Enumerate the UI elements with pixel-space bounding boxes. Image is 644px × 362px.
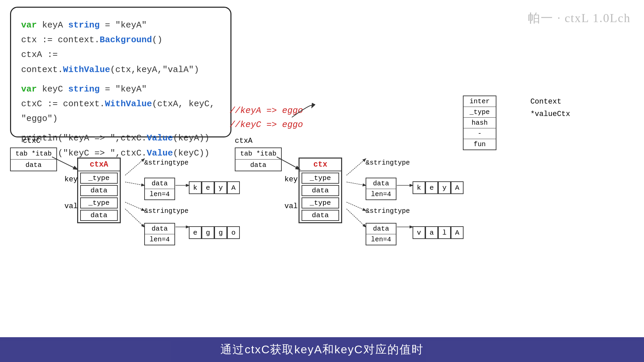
ctx-row-hash: hash: [464, 118, 496, 128]
key-label-right: key: [284, 175, 298, 184]
char-a2-vala: A: [451, 226, 464, 239]
data-label-val-left: data: [145, 224, 174, 234]
keyword-type-2: string: [68, 84, 100, 94]
big-ctxa-title: ctxA: [78, 159, 120, 171]
big-ctxa-val-type: _type: [80, 197, 118, 208]
keyword-withvalue-2: WithValue: [105, 99, 152, 109]
char-e-left: e: [202, 181, 214, 194]
len-label-val-left: len=4: [145, 234, 174, 245]
chars-keya-right: k e y A: [413, 181, 464, 194]
data-len-val-right: data len=4: [366, 223, 396, 245]
big-ctx-val-type: _type: [302, 197, 339, 208]
keyword-var-2: var: [21, 84, 37, 94]
val-label-left: val: [64, 202, 78, 210]
code-line1-rest: = "keyA": [100, 20, 147, 30]
big-ctxa-val-data: data: [80, 210, 118, 221]
char-v-vala: v: [413, 226, 425, 239]
code-line6-end: (keyA)): [173, 133, 209, 143]
big-ctx-val-data: data: [302, 210, 339, 221]
char-e-eggo: e: [189, 226, 202, 239]
keyword-background: Background: [100, 35, 152, 45]
keyword-withvalue-1: WithValue: [63, 65, 110, 75]
char-k-left: k: [189, 181, 202, 194]
code-box: var keyA string = "keyA" ctx := context.…: [10, 7, 231, 137]
data-label-key-left: data: [145, 178, 174, 189]
ctx-row-type: _type: [464, 107, 496, 118]
code-ctxa-wv: ctxA := context.: [21, 50, 63, 74]
comment-line-2: //keyC => eggo: [230, 118, 303, 132]
big-ctx-title: ctx: [300, 159, 341, 171]
big-ctx-key-type: _type: [302, 173, 339, 184]
len-label-key-left: len=4: [145, 189, 174, 199]
chars-keya-left: k e y A: [189, 181, 240, 194]
code-line-5: ctxC := context.WithValue(ctxA, keyC, "e…: [21, 97, 220, 126]
char-a-right: A: [451, 181, 464, 194]
context-label: Context *valueCtx: [530, 96, 570, 121]
big-ctx-key-data: data: [302, 185, 339, 196]
context-label-line1: Context: [530, 96, 570, 108]
len-label-val-right: len=4: [366, 234, 396, 245]
ctx-row-inter: inter: [464, 96, 496, 107]
ctxc-box: tab *itab data: [10, 147, 57, 171]
char-y-left: y: [214, 181, 227, 194]
char-a-left: A: [227, 181, 240, 194]
ctx-row-dash: -: [464, 128, 496, 139]
comment-line-1: //keyA => eggo: [230, 104, 303, 118]
code-line-4: var keyC string = "keyA": [21, 82, 220, 97]
ctx-row-fun: fun: [464, 139, 496, 149]
data-len-key-right: data len=4: [366, 178, 396, 200]
ctxa-box: tab *itab data: [235, 147, 282, 171]
char-y-right: y: [438, 181, 451, 194]
code-line4-rest: = "keyA": [100, 84, 147, 94]
code-line2-end: (): [152, 35, 162, 45]
char-l-vala: l: [438, 226, 451, 239]
code-line7-end: (keyC)): [173, 148, 209, 158]
key-label-left: key: [64, 175, 78, 184]
chars-eggo-left: e g g o: [189, 226, 240, 239]
stringtype-label-left-key: &stringtype: [144, 159, 189, 167]
code-ctxc-wv: ctxC := context.: [21, 99, 105, 109]
keyword-value-2: Value: [147, 148, 173, 158]
big-ctxa-key-data: data: [80, 185, 118, 196]
char-k-right: k: [413, 181, 425, 194]
code-line-2: ctx := context.Background(): [21, 33, 220, 47]
data-label-val-right: data: [366, 224, 396, 234]
context-label-line2: *valueCtx: [530, 108, 570, 120]
ctxa-row-tab: tab *itab: [235, 148, 281, 160]
code-keya-name: keyA: [37, 20, 68, 30]
code-ctx-bg: ctx := context.: [21, 35, 100, 45]
ctxc-row-data: data: [11, 160, 56, 171]
code-line-1: var keyA string = "keyA": [21, 18, 220, 33]
stringtype-label-right-key: &stringtype: [366, 159, 410, 167]
keyword-var-1: var: [21, 20, 37, 30]
subtitle-bar: 通过ctxC获取keyA和keyC对应的值时: [0, 337, 644, 362]
code-keyc-name: keyC: [37, 84, 68, 94]
big-ctxa-struct: ctxA _type data _type data: [77, 158, 121, 223]
code-line3-end: (ctx,keyA,"valA"): [110, 65, 199, 75]
keyword-value-1: Value: [147, 133, 173, 143]
data-len-val-left: data len=4: [144, 223, 175, 245]
code-line-6: println("keyA => ",ctxC.Value(keyA)): [21, 131, 220, 145]
ctxc-row-tab: tab *itab: [11, 148, 56, 160]
code-line-3: ctxA := context.WithValue(ctx,keyA,"valA…: [21, 47, 220, 77]
context-struct-box: inter _type hash - fun: [463, 96, 496, 150]
char-e-right: e: [425, 181, 438, 194]
val-label-right: val: [284, 202, 298, 210]
len-label-key-right: len=4: [366, 189, 396, 199]
data-label-key-right: data: [366, 178, 396, 189]
big-ctxa-key-type: _type: [80, 173, 118, 184]
char-g1-eggo: g: [202, 226, 214, 239]
big-ctx-struct: ctx _type data _type data: [299, 158, 342, 223]
char-g2-eggo: g: [214, 226, 227, 239]
ctxa-row-data: data: [235, 160, 281, 171]
watermark: 帕一 · ctxL 1.0Lch: [528, 10, 631, 26]
stringtype-label-right-val: &stringtype: [366, 207, 410, 215]
comment-bubble: //keyA => eggo //keyC => eggo: [230, 104, 303, 132]
chars-vala-right: v a l A: [413, 226, 464, 239]
char-a-vala: a: [425, 226, 438, 239]
ctxc-label: ctxC: [23, 137, 41, 145]
keyword-type-1: string: [68, 20, 100, 30]
data-len-key-left: data len=4: [144, 178, 175, 200]
char-o-eggo: o: [227, 226, 240, 239]
stringtype-label-left-val: &stringtype: [144, 207, 189, 215]
